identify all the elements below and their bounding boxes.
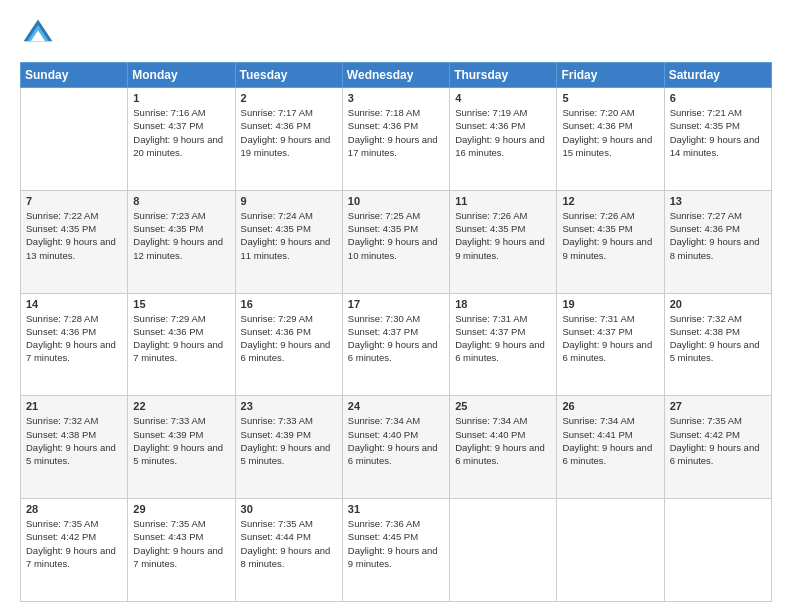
day-number: 13 [670,195,766,207]
day-info: Sunrise: 7:22 AMSunset: 4:35 PMDaylight:… [26,209,122,262]
calendar-cell: 8Sunrise: 7:23 AMSunset: 4:35 PMDaylight… [128,190,235,293]
calendar-cell: 18Sunrise: 7:31 AMSunset: 4:37 PMDayligh… [450,293,557,396]
day-info: Sunrise: 7:24 AMSunset: 4:35 PMDaylight:… [241,209,337,262]
day-number: 2 [241,92,337,104]
day-info: Sunrise: 7:20 AMSunset: 4:36 PMDaylight:… [562,106,658,159]
day-number: 25 [455,400,551,412]
day-number: 28 [26,503,122,515]
day-info: Sunrise: 7:16 AMSunset: 4:37 PMDaylight:… [133,106,229,159]
day-number: 14 [26,298,122,310]
calendar-cell: 17Sunrise: 7:30 AMSunset: 4:37 PMDayligh… [342,293,449,396]
logo [20,16,60,52]
calendar-cell: 12Sunrise: 7:26 AMSunset: 4:35 PMDayligh… [557,190,664,293]
day-info: Sunrise: 7:35 AMSunset: 4:42 PMDaylight:… [26,517,122,570]
day-info: Sunrise: 7:32 AMSunset: 4:38 PMDaylight:… [670,312,766,365]
calendar-cell: 30Sunrise: 7:35 AMSunset: 4:44 PMDayligh… [235,499,342,602]
day-info: Sunrise: 7:29 AMSunset: 4:36 PMDaylight:… [241,312,337,365]
calendar-cell: 16Sunrise: 7:29 AMSunset: 4:36 PMDayligh… [235,293,342,396]
day-info: Sunrise: 7:35 AMSunset: 4:42 PMDaylight:… [670,414,766,467]
calendar-cell: 27Sunrise: 7:35 AMSunset: 4:42 PMDayligh… [664,396,771,499]
day-number: 11 [455,195,551,207]
day-number: 24 [348,400,444,412]
day-info: Sunrise: 7:30 AMSunset: 4:37 PMDaylight:… [348,312,444,365]
calendar-cell: 15Sunrise: 7:29 AMSunset: 4:36 PMDayligh… [128,293,235,396]
calendar-cell [664,499,771,602]
day-info: Sunrise: 7:26 AMSunset: 4:35 PMDaylight:… [455,209,551,262]
col-header-thursday: Thursday [450,63,557,88]
day-info: Sunrise: 7:34 AMSunset: 4:41 PMDaylight:… [562,414,658,467]
calendar-cell: 6Sunrise: 7:21 AMSunset: 4:35 PMDaylight… [664,88,771,191]
calendar-table: SundayMondayTuesdayWednesdayThursdayFrid… [20,62,772,602]
day-number: 19 [562,298,658,310]
calendar-week-row: 14Sunrise: 7:28 AMSunset: 4:36 PMDayligh… [21,293,772,396]
day-info: Sunrise: 7:17 AMSunset: 4:36 PMDaylight:… [241,106,337,159]
day-number: 23 [241,400,337,412]
day-info: Sunrise: 7:35 AMSunset: 4:44 PMDaylight:… [241,517,337,570]
calendar-cell: 29Sunrise: 7:35 AMSunset: 4:43 PMDayligh… [128,499,235,602]
calendar-cell: 28Sunrise: 7:35 AMSunset: 4:42 PMDayligh… [21,499,128,602]
calendar-cell: 5Sunrise: 7:20 AMSunset: 4:36 PMDaylight… [557,88,664,191]
calendar-cell: 31Sunrise: 7:36 AMSunset: 4:45 PMDayligh… [342,499,449,602]
day-number: 21 [26,400,122,412]
day-number: 3 [348,92,444,104]
day-info: Sunrise: 7:34 AMSunset: 4:40 PMDaylight:… [455,414,551,467]
day-number: 18 [455,298,551,310]
calendar-week-row: 7Sunrise: 7:22 AMSunset: 4:35 PMDaylight… [21,190,772,293]
day-info: Sunrise: 7:33 AMSunset: 4:39 PMDaylight:… [241,414,337,467]
day-info: Sunrise: 7:34 AMSunset: 4:40 PMDaylight:… [348,414,444,467]
calendar-cell: 21Sunrise: 7:32 AMSunset: 4:38 PMDayligh… [21,396,128,499]
day-info: Sunrise: 7:35 AMSunset: 4:43 PMDaylight:… [133,517,229,570]
day-info: Sunrise: 7:31 AMSunset: 4:37 PMDaylight:… [455,312,551,365]
calendar-cell: 7Sunrise: 7:22 AMSunset: 4:35 PMDaylight… [21,190,128,293]
day-info: Sunrise: 7:21 AMSunset: 4:35 PMDaylight:… [670,106,766,159]
col-header-sunday: Sunday [21,63,128,88]
day-number: 5 [562,92,658,104]
day-info: Sunrise: 7:19 AMSunset: 4:36 PMDaylight:… [455,106,551,159]
calendar-cell [21,88,128,191]
calendar-cell: 25Sunrise: 7:34 AMSunset: 4:40 PMDayligh… [450,396,557,499]
day-number: 22 [133,400,229,412]
calendar-cell: 14Sunrise: 7:28 AMSunset: 4:36 PMDayligh… [21,293,128,396]
day-info: Sunrise: 7:33 AMSunset: 4:39 PMDaylight:… [133,414,229,467]
calendar-cell: 13Sunrise: 7:27 AMSunset: 4:36 PMDayligh… [664,190,771,293]
day-number: 4 [455,92,551,104]
calendar-week-row: 1Sunrise: 7:16 AMSunset: 4:37 PMDaylight… [21,88,772,191]
day-number: 6 [670,92,766,104]
calendar-week-row: 28Sunrise: 7:35 AMSunset: 4:42 PMDayligh… [21,499,772,602]
calendar-cell: 1Sunrise: 7:16 AMSunset: 4:37 PMDaylight… [128,88,235,191]
day-info: Sunrise: 7:25 AMSunset: 4:35 PMDaylight:… [348,209,444,262]
calendar-cell: 11Sunrise: 7:26 AMSunset: 4:35 PMDayligh… [450,190,557,293]
day-number: 17 [348,298,444,310]
col-header-friday: Friday [557,63,664,88]
calendar-cell: 9Sunrise: 7:24 AMSunset: 4:35 PMDaylight… [235,190,342,293]
page-container: SundayMondayTuesdayWednesdayThursdayFrid… [0,0,792,612]
calendar-cell: 4Sunrise: 7:19 AMSunset: 4:36 PMDaylight… [450,88,557,191]
day-info: Sunrise: 7:27 AMSunset: 4:36 PMDaylight:… [670,209,766,262]
calendar-cell: 20Sunrise: 7:32 AMSunset: 4:38 PMDayligh… [664,293,771,396]
calendar-cell: 10Sunrise: 7:25 AMSunset: 4:35 PMDayligh… [342,190,449,293]
calendar-cell: 26Sunrise: 7:34 AMSunset: 4:41 PMDayligh… [557,396,664,499]
day-number: 7 [26,195,122,207]
day-number: 1 [133,92,229,104]
day-info: Sunrise: 7:31 AMSunset: 4:37 PMDaylight:… [562,312,658,365]
calendar-cell: 24Sunrise: 7:34 AMSunset: 4:40 PMDayligh… [342,396,449,499]
day-info: Sunrise: 7:32 AMSunset: 4:38 PMDaylight:… [26,414,122,467]
day-info: Sunrise: 7:23 AMSunset: 4:35 PMDaylight:… [133,209,229,262]
calendar-cell [450,499,557,602]
day-number: 27 [670,400,766,412]
col-header-monday: Monday [128,63,235,88]
day-number: 10 [348,195,444,207]
calendar-cell: 19Sunrise: 7:31 AMSunset: 4:37 PMDayligh… [557,293,664,396]
page-header [20,16,772,52]
day-number: 9 [241,195,337,207]
day-number: 26 [562,400,658,412]
day-number: 16 [241,298,337,310]
day-info: Sunrise: 7:26 AMSunset: 4:35 PMDaylight:… [562,209,658,262]
day-info: Sunrise: 7:28 AMSunset: 4:36 PMDaylight:… [26,312,122,365]
day-number: 15 [133,298,229,310]
day-number: 29 [133,503,229,515]
day-number: 31 [348,503,444,515]
col-header-wednesday: Wednesday [342,63,449,88]
calendar-cell: 23Sunrise: 7:33 AMSunset: 4:39 PMDayligh… [235,396,342,499]
calendar-header-row: SundayMondayTuesdayWednesdayThursdayFrid… [21,63,772,88]
